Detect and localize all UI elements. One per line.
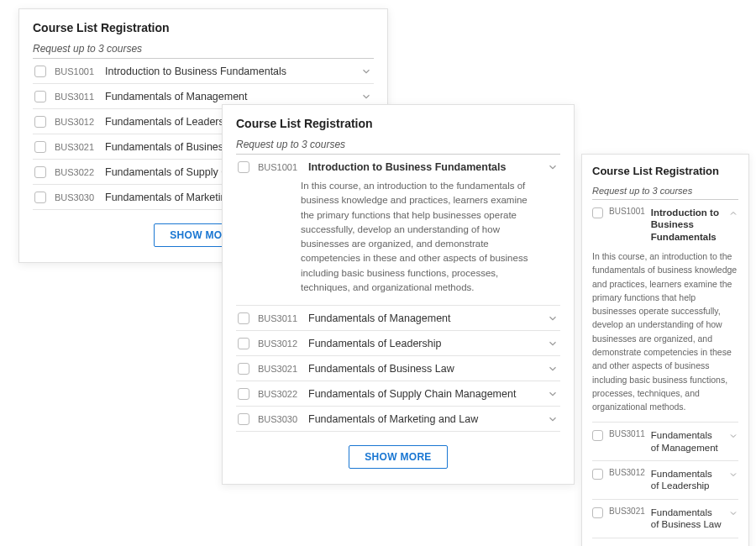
chevron-down-icon[interactable] [547, 338, 559, 349]
course-title: Fundamentals of Marketing and Law [308, 413, 538, 425]
request-limit-note: Request up to 3 courses [33, 43, 374, 55]
course-code: BUS3022 [258, 389, 300, 399]
checkbox[interactable] [592, 430, 603, 441]
course-row[interactable]: BUS3022 Fundamentals of Supply Chain Man… [236, 381, 560, 407]
chevron-down-icon[interactable] [728, 431, 738, 441]
course-code: BUS3030 [55, 192, 97, 202]
course-code: BUS3030 [258, 414, 300, 424]
course-row[interactable]: BUS3022 Fundamentals of Supply Chain Man… [592, 538, 738, 546]
checkbox[interactable] [238, 312, 249, 324]
chevron-down-icon[interactable] [360, 91, 372, 102]
checkbox[interactable] [238, 413, 249, 425]
course-title: Fundamentals of Management [651, 429, 722, 454]
course-row[interactable]: BUS3021 Fundamentals of Business Law [592, 500, 738, 538]
course-row[interactable]: BUS3012 Fundamentals of Leadership [592, 461, 738, 500]
checkbox[interactable] [238, 363, 249, 375]
course-row-expanded[interactable]: BUS1001 Introduction to Business Fundame… [592, 200, 738, 249]
course-row[interactable]: BUS3030 Fundamentals of Marketing and La… [236, 407, 560, 432]
course-code: BUS3022 [55, 167, 97, 177]
chevron-down-icon[interactable] [547, 161, 559, 173]
course-title: Fundamentals of Supply Chain Management [308, 388, 538, 400]
checkbox[interactable] [592, 469, 603, 480]
registration-panel-narrow-expanded: Course List Registration Request up to 3… [581, 154, 749, 546]
course-description: In this course, an introduction to the f… [238, 179, 559, 295]
checkbox[interactable] [34, 91, 46, 102]
course-code: BUS1001 [258, 162, 300, 172]
chevron-down-icon[interactable] [728, 470, 738, 480]
page-title: Course List Registration [236, 117, 560, 130]
course-row[interactable]: BUS3012 Fundamentals of Leadership [236, 331, 560, 356]
course-description-row: In this course, an introduction to the f… [592, 249, 738, 423]
course-list: BUS1001 Introduction to Business Fundame… [592, 199, 738, 546]
checkbox[interactable] [34, 116, 46, 128]
show-more-button[interactable]: SHOW MORE [349, 445, 447, 469]
course-code: BUS1001 [55, 66, 97, 76]
course-row-expanded[interactable]: BUS1001 Introduction to Business Fundame… [236, 155, 560, 179]
checkbox[interactable] [238, 388, 249, 400]
course-title: Fundamentals of Leadership [651, 468, 722, 492]
checkbox[interactable] [34, 166, 46, 178]
course-code: BUS3011 [609, 429, 645, 438]
chevron-down-icon[interactable] [728, 508, 738, 518]
course-code: BUS3011 [258, 313, 300, 323]
checkbox[interactable] [34, 141, 46, 153]
course-code: BUS3021 [258, 364, 300, 374]
page-title: Course List Registration [592, 165, 738, 177]
request-limit-note: Request up to 3 courses [236, 139, 560, 150]
page-title: Course List Registration [33, 21, 374, 34]
course-row[interactable]: BUS3011 Fundamentals of Management [236, 306, 560, 331]
chevron-down-icon[interactable] [360, 66, 372, 77]
course-code: BUS1001 [609, 207, 645, 216]
course-description-row: In this course, an introduction to the f… [236, 179, 560, 306]
course-row[interactable]: BUS3011 Fundamentals of Management [592, 423, 738, 461]
course-code: BUS3012 [258, 339, 300, 349]
checkbox[interactable] [34, 66, 46, 77]
course-row[interactable]: BUS3021 Fundamentals of Business Law [236, 356, 560, 381]
course-code: BUS3021 [609, 507, 645, 516]
course-description: In this course, an introduction to the f… [592, 249, 738, 413]
course-title: Fundamentals of Management [105, 91, 352, 102]
chevron-down-icon[interactable] [547, 388, 559, 400]
course-code: BUS3011 [55, 92, 97, 102]
course-title: Introduction to Business Fundamentals [308, 161, 538, 173]
course-row[interactable]: BUS1001 Introduction to Business Fundame… [33, 59, 374, 84]
course-title: Fundamentals of Business Law [308, 363, 538, 375]
course-title: Introduction to Business Fundamentals [651, 207, 722, 243]
course-title: Fundamentals of Business Law [651, 507, 722, 531]
course-code: BUS3012 [609, 468, 645, 477]
checkbox[interactable] [238, 338, 249, 349]
course-title: Fundamentals of Management [308, 312, 538, 324]
chevron-down-icon[interactable] [547, 363, 559, 375]
checkbox[interactable] [592, 207, 603, 218]
course-title: Introduction to Business Fundamentals [105, 66, 352, 77]
checkbox[interactable] [238, 161, 249, 173]
chevron-up-icon[interactable] [728, 208, 738, 218]
chevron-down-icon[interactable] [547, 413, 559, 425]
course-title: Fundamentals of Leadership [308, 338, 538, 349]
request-limit-note: Request up to 3 courses [592, 186, 738, 196]
course-list: BUS1001 Introduction to Business Fundame… [236, 154, 560, 432]
registration-panel-wide-expanded: Course List Registration Request up to 3… [222, 104, 575, 485]
chevron-down-icon[interactable] [547, 312, 559, 324]
checkbox[interactable] [34, 192, 46, 203]
course-code: BUS3012 [55, 117, 97, 127]
checkbox[interactable] [592, 507, 603, 518]
course-code: BUS3021 [55, 142, 97, 152]
